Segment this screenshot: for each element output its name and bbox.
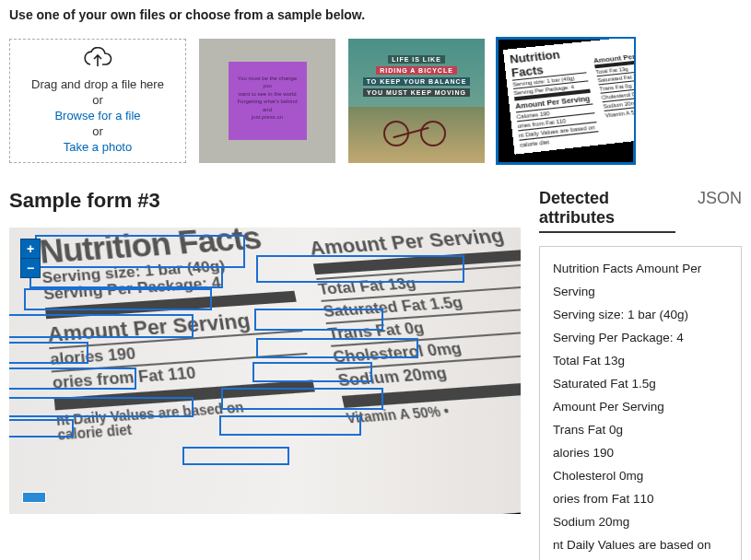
detected-attributes-list: Nutrition Facts Amount Per ServingServin… [539, 246, 742, 560]
result-line: nt Daily Values are based on [553, 534, 728, 557]
sample-thumb-1[interactable]: You must be the change you want to see i… [199, 39, 335, 163]
minimap[interactable] [22, 492, 46, 503]
result-line: Amount Per Serving [553, 396, 728, 419]
result-line: Cholesterol 0mg [553, 465, 728, 488]
result-line: Serving Per Package: 4 [553, 327, 728, 350]
sample-thumb-2[interactable]: LIFE IS LIKE RIDING A BICYCLE TO KEEP YO… [348, 39, 485, 163]
instruction-text: Use one of your own files or choose from… [9, 7, 742, 22]
take-photo-link[interactable]: Take a photo [64, 140, 132, 154]
image-viewer[interactable]: + − Nutrition Facts Serving size: 1 bar … [9, 228, 521, 514]
zoom-controls: + − [20, 239, 41, 278]
analyzed-image: Nutrition Facts Serving size: 1 bar (40g… [9, 228, 521, 514]
file-dropzone[interactable]: Drag and drop a file here or Browse for … [9, 39, 186, 163]
result-line: Vitamin A 50% [553, 557, 728, 560]
result-line: ories from Fat 110 [553, 488, 728, 511]
sample-title: Sample form #3 [9, 189, 521, 213]
result-tabs: Detected attributes JSON [539, 189, 742, 233]
tab-detected-attributes[interactable]: Detected attributes [539, 189, 675, 233]
result-line: alories 190 [553, 442, 728, 465]
zoom-in-button[interactable]: + [20, 239, 41, 259]
zoom-out-button[interactable]: − [20, 258, 41, 278]
result-line: Trans Fat 0g [553, 419, 728, 442]
sticky-note: You must be the change you want to see i… [229, 62, 307, 140]
sample-thumb-3[interactable]: Nutrition Facts Serving size: 1 bar (40g… [498, 39, 634, 163]
upload-cloud-icon [82, 47, 113, 71]
result-line: Total Fat 13g [553, 350, 728, 373]
drag-text: Drag and drop a file here [31, 77, 164, 91]
or-text-1: or [92, 93, 103, 107]
browse-link[interactable]: Browse for a file [54, 109, 140, 122]
tab-json[interactable]: JSON [698, 189, 742, 233]
result-line: Nutrition Facts Amount Per Serving [553, 258, 728, 304]
result-line: Serving size: 1 bar (40g) [553, 304, 728, 327]
result-line: Sodium 20mg [553, 511, 728, 534]
result-line: Saturated Fat 1.5g [553, 373, 728, 396]
sample-gallery: Drag and drop a file here or Browse for … [9, 39, 742, 163]
or-text-2: or [92, 124, 103, 138]
